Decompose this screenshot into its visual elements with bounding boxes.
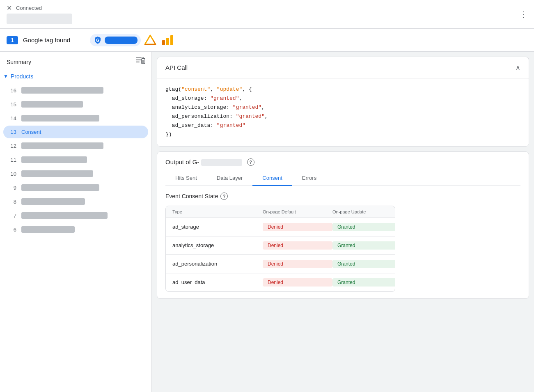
- sidebar-items-list: 16 15 14 13 Consent 12: [0, 84, 151, 236]
- badge-denied-ad-storage: Denied: [263, 223, 332, 231]
- sidebar-item-bar-16: [21, 87, 103, 94]
- consent-type-analytics-storage: analytics_storage: [172, 242, 263, 248]
- sidebar-item-num-15: 15: [8, 101, 16, 108]
- sidebar-item-11[interactable]: 11: [3, 153, 148, 166]
- consent-type-ad-storage: ad_storage: [172, 224, 263, 230]
- svg-marker-1: [145, 35, 156, 44]
- sidebar-item-12[interactable]: 12: [3, 139, 148, 152]
- g-shield-svg: G: [93, 36, 102, 45]
- sidebar-item-10[interactable]: 10: [3, 167, 148, 180]
- top-bar: ✕ Connected ⋮: [0, 0, 534, 29]
- consent-row-ad-user-data: ad_user_data Denied Granted: [166, 273, 395, 291]
- sidebar-item-num-14: 14: [8, 115, 16, 121]
- sidebar-item-8[interactable]: 8: [3, 195, 148, 208]
- svg-rect-5: [170, 35, 173, 45]
- sidebar-item-label-13: Consent: [21, 129, 41, 135]
- sidebar-item-num-11: 11: [8, 157, 16, 163]
- output-title: Output of G-: [165, 158, 244, 166]
- google-ads-icon[interactable]: [142, 33, 158, 48]
- code-ad-storage-key: ad_storage:: [165, 95, 210, 101]
- tab-data-layer[interactable]: Data Layer: [207, 171, 253, 186]
- svg-text:G: G: [96, 38, 99, 43]
- code-close-brace: }): [165, 131, 172, 138]
- tag-badge: 1: [7, 36, 18, 44]
- sidebar-item-num-8: 8: [8, 199, 16, 205]
- connected-label: Connected: [16, 5, 42, 11]
- code-adperson-key: ad_personalization:: [165, 113, 236, 119]
- svg-rect-3: [162, 40, 165, 45]
- badge-denied-ad-personalization: Denied: [263, 260, 332, 268]
- sidebar-item-bar-12: [21, 142, 103, 149]
- badge-granted-ad-storage: Granted: [332, 223, 395, 231]
- code-adperson-val: "granted": [236, 113, 265, 119]
- sidebar-products-row[interactable]: ▼ Products: [0, 71, 151, 84]
- sidebar-item-9[interactable]: 9: [3, 181, 148, 194]
- gtm-icon[interactable]: G: [90, 34, 141, 46]
- delete-svg: [136, 57, 145, 65]
- close-icon[interactable]: ✕: [7, 4, 12, 12]
- svg-rect-6: [136, 57, 142, 58]
- svg-marker-2: [145, 35, 156, 44]
- ga4-icon[interactable]: [160, 33, 176, 48]
- sidebar-item-bar-8: [21, 198, 85, 205]
- sidebar-item-6[interactable]: 6: [3, 223, 148, 236]
- sidebar-item-13[interactable]: 13 Consent: [3, 126, 148, 138]
- help-icon[interactable]: ?: [247, 158, 254, 166]
- content-area: API Call ∧ gtag("consent", "update", { a…: [152, 52, 534, 392]
- sidebar-summary-row: Summary: [0, 52, 151, 71]
- sidebar-item-bar-6: [21, 226, 75, 233]
- api-call-header: API Call ∧: [157, 57, 529, 78]
- code-comma-an: ,: [261, 104, 265, 110]
- svg-rect-7: [136, 60, 142, 60]
- sidebar-item-bar-11: [21, 156, 87, 163]
- consent-table-header: Type On-page Default On-page Update: [166, 206, 395, 218]
- sidebar-item-14[interactable]: 14: [3, 112, 148, 125]
- sidebar-item-num-12: 12: [8, 143, 16, 149]
- header-row: 1 Google tag found G: [0, 29, 534, 52]
- output-card-header: Output of G- ? Hits Sent Data Layer Cons…: [157, 152, 529, 186]
- svg-rect-8: [136, 62, 140, 62]
- badge-granted-ad-personalization: Granted: [332, 260, 395, 268]
- sidebar-item-15[interactable]: 15: [3, 98, 148, 111]
- col-header-default: On-page Default: [263, 209, 332, 214]
- svg-rect-11: [142, 57, 144, 58]
- col-header-type: Type: [172, 209, 263, 214]
- tab-consent[interactable]: Consent: [252, 171, 292, 186]
- sidebar-summary-label: Summary: [7, 59, 31, 65]
- delete-icon[interactable]: [136, 57, 145, 66]
- svg-rect-4: [166, 38, 169, 45]
- output-card: Output of G- ? Hits Sent Data Layer Cons…: [157, 151, 529, 299]
- badge-granted-analytics-storage: Granted: [332, 241, 395, 250]
- sidebar-item-7[interactable]: 7: [3, 209, 148, 222]
- sidebar-item-num-9: 9: [8, 185, 16, 191]
- event-consent-help-icon[interactable]: ?: [220, 193, 228, 200]
- col-header-update: On-page Update: [332, 209, 395, 214]
- sidebar-item-bar-15: [21, 101, 83, 108]
- consent-type-ad-personalization: ad_personalization: [172, 261, 263, 267]
- tag-icons-row: G: [90, 33, 176, 48]
- sidebar-item-num-7: 7: [8, 213, 16, 219]
- event-consent-title-row: Event Consent State ?: [165, 193, 520, 200]
- svg-rect-9: [142, 59, 145, 64]
- api-call-card: API Call ∧ gtag("consent", "update", { a…: [157, 57, 529, 147]
- sidebar-item-bar-9: [21, 184, 99, 191]
- event-consent-title: Event Consent State: [165, 193, 218, 199]
- sidebar-item-16[interactable]: 16: [3, 84, 148, 97]
- sidebar-item-bar-14: [21, 115, 99, 121]
- collapse-icon[interactable]: ∧: [516, 64, 520, 71]
- badge-granted-ad-user-data: Granted: [332, 278, 395, 287]
- consent-row-analytics-storage: analytics_storage Denied Granted: [166, 236, 395, 255]
- more-menu-icon[interactable]: ⋮: [519, 9, 527, 19]
- sidebar: Summary ▼ Products: [0, 52, 152, 392]
- code-aduser-val: "granted": [217, 122, 245, 128]
- sidebar-item-bar-7: [21, 212, 108, 219]
- tab-errors[interactable]: Errors: [292, 171, 326, 186]
- top-bar-input-masked: [7, 14, 72, 24]
- consent-table: Type On-page Default On-page Update ad_s…: [165, 206, 395, 292]
- code-open-brace: , {: [242, 86, 252, 92]
- code-update-str: "update": [217, 86, 242, 92]
- code-ad-storage-val: "granted": [210, 95, 239, 101]
- tab-hits-sent[interactable]: Hits Sent: [165, 171, 207, 186]
- badge-denied-ad-user-data: Denied: [263, 278, 332, 287]
- output-tag-masked: [201, 159, 242, 166]
